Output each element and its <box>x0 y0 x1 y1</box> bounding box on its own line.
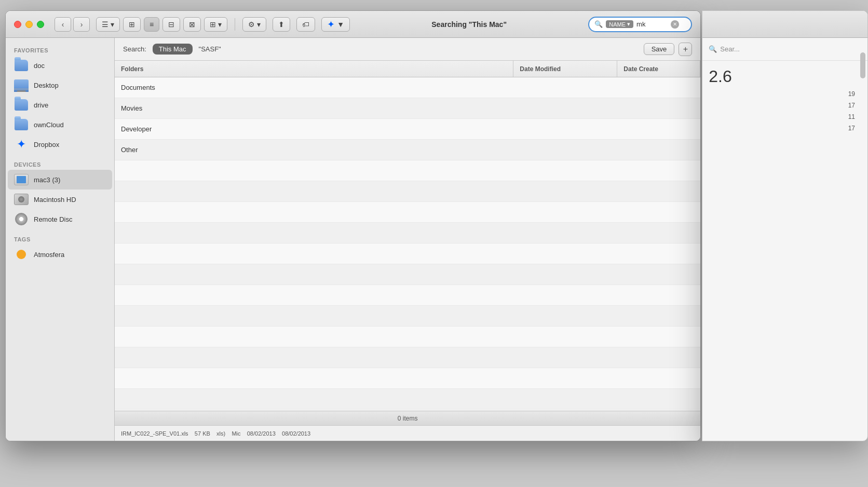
sasf-scope-label[interactable]: "SASF" <box>199 45 221 53</box>
cover-flow-button[interactable]: ⊠ <box>183 17 201 32</box>
file-bar-filename: IRM_IC022_-SPE_V01.xls <box>121 430 188 437</box>
sidebar-item-owncloud-label: ownCloud <box>34 121 64 129</box>
table-row-empty <box>115 285 700 306</box>
favorites-section-label: Favorites <box>6 44 114 56</box>
detail-view-icon: ≡ <box>150 20 154 29</box>
sidebar-item-remotedisc[interactable]: Remote Disc <box>8 209 112 229</box>
table-header: Folders Date Modified Date Create <box>115 61 700 77</box>
table-row[interactable]: Documents <box>115 77 700 98</box>
row-documents-name: Documents <box>115 84 513 91</box>
sidebar-item-atmosfera-label: Atmosfera <box>34 251 64 259</box>
sidebar-item-mac3[interactable]: mac3 (3) <box>8 170 112 190</box>
table-row-empty <box>115 181 700 202</box>
table-row[interactable]: Movies <box>115 98 700 119</box>
file-bar-extra: Mic <box>232 430 240 437</box>
devices-section-label: Devices <box>6 158 114 170</box>
right-panel: 🔍 Sear... 2.6 19 17 11 17 <box>702 10 868 441</box>
add-criteria-button[interactable]: + <box>679 43 692 56</box>
list-view-dropdown-button[interactable]: ☰ ▾ <box>96 17 120 32</box>
sidebar-item-drive[interactable]: drive <box>8 95 112 115</box>
view-buttons: ☰ ▾ ⊞ ≡ ⊟ ⊠ ⊞ ▾ <box>96 17 227 32</box>
mac3-icon <box>14 172 29 187</box>
table-row-empty <box>115 264 700 285</box>
dropbox-icon: ✦ <box>327 19 335 30</box>
macintoshhd-icon <box>14 192 29 207</box>
file-bar-content: IRM_IC022_-SPE_V01.xls 57 KB xls) Mic 08… <box>121 430 310 437</box>
sidebar-item-doc[interactable]: doc <box>8 56 112 75</box>
column-header-date-modified[interactable]: Date Modified <box>513 61 617 77</box>
window-title: Searching "This Mac" <box>356 20 582 29</box>
finder-window: ‹ › ☰ ▾ ⊞ ≡ ⊟ ⊠ ⊞ <box>5 10 701 441</box>
forward-button[interactable]: › <box>73 17 90 32</box>
sidebar-item-owncloud[interactable]: ownCloud <box>8 115 112 134</box>
table-row-empty <box>115 244 700 264</box>
main-area: Favorites doc Desktop <box>6 38 700 441</box>
table-row[interactable]: Other <box>115 140 700 160</box>
file-bar-filesize: 57 KB <box>195 430 210 437</box>
status-bar: 0 items <box>115 411 700 425</box>
table-row-empty <box>115 160 700 181</box>
gear-icon: ⚙ <box>248 20 255 29</box>
tag-button[interactable]: 🏷 <box>296 17 315 32</box>
content-area: Search: This Mac "SASF" Save + Folders D… <box>115 38 700 441</box>
sidebar-item-atmosfera[interactable]: Atmosfera <box>8 245 112 264</box>
atmosfera-tag-icon <box>14 247 29 262</box>
table-row-empty <box>115 306 700 327</box>
table-body: Documents Movies Developer Other <box>115 77 700 411</box>
right-panel-search-label: Sear... <box>720 45 740 53</box>
doc-folder-icon <box>14 58 29 73</box>
this-mac-scope-button[interactable]: This Mac <box>153 44 193 55</box>
minimize-button[interactable] <box>25 21 33 28</box>
sidebar-item-doc-label: doc <box>34 62 45 70</box>
search-input[interactable] <box>636 20 668 28</box>
sidebar-item-dropbox-label: Dropbox <box>34 141 59 148</box>
sidebar-item-dropbox[interactable]: ✦ Dropbox <box>8 134 112 154</box>
column-view-icon: ⊟ <box>168 20 174 29</box>
column-view-button[interactable]: ⊟ <box>162 17 180 32</box>
nav-buttons: ‹ › <box>55 17 90 32</box>
detail-view-button[interactable]: ≡ <box>144 17 159 32</box>
search-clear-button[interactable]: ✕ <box>671 20 679 29</box>
search-box[interactable]: 🔍 NAME ▾ ✕ <box>588 17 692 32</box>
toolbar-separator <box>235 18 235 31</box>
right-panel-date1: 19 <box>702 88 867 100</box>
save-search-button[interactable]: Save <box>644 43 675 55</box>
tag-icon: 🏷 <box>302 20 309 29</box>
icon-view-button[interactable]: ⊞ <box>123 17 141 32</box>
search-name-badge[interactable]: NAME ▾ <box>606 20 633 28</box>
right-panel-search-row: 🔍 Sear... <box>702 38 867 61</box>
owncloud-folder-icon <box>14 117 29 132</box>
search-icon: 🔍 <box>594 20 603 28</box>
forward-icon: › <box>80 20 83 29</box>
table-row[interactable]: Developer <box>115 119 700 140</box>
dropbox-button[interactable]: ✦ ▼ <box>321 17 350 32</box>
action-button[interactable]: ⚙ ▾ <box>242 17 266 32</box>
search-label: Search: <box>123 45 146 53</box>
list-view-icon: ☰ <box>102 20 108 29</box>
row-movies-name: Movies <box>115 104 513 112</box>
file-bar-date1: 08/02/2013 <box>247 430 276 437</box>
arrange-dropdown-button[interactable]: ⊞ ▾ <box>204 17 227 32</box>
file-bar: IRM_IC022_-SPE_V01.xls 57 KB xls) Mic 08… <box>115 425 700 441</box>
right-panel-number-value: 2.6 <box>709 67 731 86</box>
column-header-folders[interactable]: Folders <box>115 61 513 77</box>
sidebar-item-remotedisc-label: Remote Disc <box>34 215 72 223</box>
column-header-date-created[interactable]: Date Create <box>617 61 700 77</box>
right-panel-dates: 19 17 11 17 <box>702 88 867 134</box>
back-icon: ‹ <box>62 20 64 29</box>
row-other-name: Other <box>115 146 513 154</box>
share-button[interactable]: ⬆ <box>273 17 290 32</box>
close-button[interactable] <box>14 21 21 28</box>
search-name-arrow: ▾ <box>627 21 630 28</box>
maximize-button[interactable] <box>37 21 44 28</box>
dropbox-sidebar-icon: ✦ <box>14 137 29 152</box>
sidebar-item-macintoshhd[interactable]: Macintosh HD <box>8 190 112 209</box>
desktop-folder-icon <box>14 78 29 92</box>
sidebar-item-mac3-label: mac3 (3) <box>34 176 60 184</box>
title-bar: ‹ › ☰ ▾ ⊞ ≡ ⊟ ⊠ ⊞ <box>6 11 700 38</box>
table-row-empty <box>115 202 700 223</box>
sidebar-item-desktop[interactable]: Desktop <box>8 75 112 95</box>
right-panel-scrollbar[interactable] <box>860 52 865 78</box>
back-button[interactable]: ‹ <box>55 17 71 32</box>
right-panel-number: 2.6 <box>702 61 867 88</box>
